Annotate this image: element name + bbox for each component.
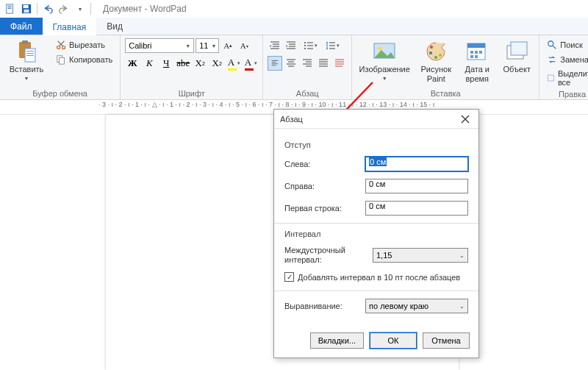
chevron-down-icon: ▾ <box>254 60 257 66</box>
replace-button[interactable]: Замена <box>544 53 588 66</box>
highlight-button[interactable]: A▾ <box>226 56 241 71</box>
insert-image-label: Изображение <box>359 65 410 74</box>
svg-rect-6 <box>24 10 29 13</box>
insert-object-button[interactable]: Объект <box>499 38 534 76</box>
palette-icon <box>424 40 448 63</box>
italic-button[interactable]: К <box>142 56 157 71</box>
linespacing-select[interactable]: 1,15⌄ <box>373 248 468 263</box>
tab-home[interactable]: Главная <box>43 18 97 35</box>
copy-label: Копировать <box>69 55 112 64</box>
tab-file[interactable]: Файл <box>0 18 43 35</box>
svg-point-17 <box>304 42 306 43</box>
undo-icon[interactable] <box>40 1 55 16</box>
group-title: Шрифт <box>125 88 258 98</box>
redo-icon[interactable] <box>57 1 71 16</box>
linespacing-label: Междустрочный интервал: <box>284 246 373 265</box>
alignment-label: Выравнивание: <box>284 302 365 310</box>
search-icon <box>547 40 557 50</box>
strike-button[interactable]: abe <box>176 56 190 71</box>
line-spacing-button[interactable]: ▾ <box>322 38 343 53</box>
font-color-button[interactable]: A▾ <box>243 56 258 71</box>
svg-point-13 <box>57 46 60 49</box>
svg-rect-8 <box>22 40 28 44</box>
svg-point-18 <box>304 45 306 46</box>
bold-button[interactable]: Ж <box>125 56 140 71</box>
image-icon <box>373 40 396 63</box>
grow-font-button[interactable]: A▴ <box>220 38 235 53</box>
wordpad-icon[interactable] <box>3 1 18 16</box>
add-space-label: Добавлять интервал в 10 пт после абзацев <box>298 273 460 282</box>
calendar-icon <box>465 40 489 63</box>
tabs-button[interactable]: Вкладки... <box>310 332 364 349</box>
insert-image-button[interactable]: Изображение ▼ <box>356 38 412 82</box>
find-button[interactable]: Поиск <box>544 38 588 51</box>
add-space-checkbox[interactable]: ✓ <box>284 272 294 282</box>
align-right-button[interactable] <box>300 56 315 71</box>
alignment-value: по левому краю <box>369 302 429 310</box>
underline-button[interactable]: Ч <box>159 56 173 71</box>
object-icon <box>505 40 528 63</box>
indent-left-label: Слева: <box>284 160 365 168</box>
cancel-button[interactable]: Отмена <box>423 332 470 349</box>
align-justify-button[interactable] <box>316 56 331 71</box>
font-family-value: Calibri <box>129 41 151 50</box>
paste-button[interactable]: Вставить ▼ <box>4 38 49 82</box>
chevron-down-icon: ▼ <box>211 43 216 49</box>
dialog-titlebar[interactable]: Абзац <box>274 110 478 129</box>
superscript-button[interactable]: X2 <box>209 56 224 71</box>
qat-separator <box>37 3 37 15</box>
chevron-down-icon: ⌄ <box>459 252 465 259</box>
insert-datetime-button[interactable]: Дата и время <box>459 38 495 85</box>
indent-right-input[interactable]: 0 см <box>365 179 468 193</box>
insert-paint-button[interactable]: Рисунок Paint <box>417 38 455 85</box>
align-center-button[interactable] <box>284 56 298 71</box>
close-icon <box>461 115 470 124</box>
group-title: Абзац <box>268 88 347 98</box>
paragraph-dialog-button[interactable] <box>332 56 347 71</box>
qat-customize-icon[interactable]: ▾ <box>73 1 87 16</box>
increase-indent-button[interactable] <box>284 38 298 53</box>
svg-rect-12 <box>26 55 34 56</box>
alignment-select[interactable]: по левому краю⌄ <box>365 299 468 313</box>
window-title: Документ - WordPad <box>103 4 187 14</box>
chevron-down-icon: ▾ <box>237 60 240 66</box>
svg-rect-1 <box>8 6 12 7</box>
indent-firstline-input[interactable]: 0 см <box>365 201 468 216</box>
decrease-indent-button[interactable] <box>268 38 282 53</box>
ribbon-tabs: Файл Главная Вид <box>0 18 588 35</box>
svg-rect-16 <box>59 57 64 64</box>
indent-firstline-label: Первая строка: <box>284 204 365 213</box>
indent-section-label: Отступ <box>284 140 468 149</box>
ok-button[interactable]: ОК <box>370 332 417 349</box>
linespacing-value: 1,15 <box>376 251 392 260</box>
group-title: Правка <box>544 88 588 99</box>
copy-button[interactable]: Копировать <box>53 53 115 66</box>
svg-point-14 <box>62 46 65 49</box>
group-title: Буфер обмена <box>4 88 115 98</box>
svg-rect-27 <box>467 43 485 48</box>
group-paragraph: ▾ ▾ Абзац <box>263 35 352 99</box>
shrink-font-button[interactable]: A▾ <box>237 38 251 53</box>
close-button[interactable] <box>458 112 473 127</box>
paste-label: Вставить <box>10 65 44 74</box>
bullet-list-button[interactable]: ▾ <box>300 38 320 53</box>
subscript-button[interactable]: X2 <box>193 56 207 71</box>
font-size-combo[interactable]: 11▼ <box>196 38 219 53</box>
dialog-title: Абзац <box>280 115 303 124</box>
chevron-down-icon: ▼ <box>185 43 190 49</box>
paragraph-dialog: Абзац Отступ Слева: 0 см Справа: 0 см Пе… <box>273 109 479 358</box>
group-insert: Изображение ▼ Рисунок Paint Дата и время… <box>352 35 539 99</box>
separator <box>274 223 478 224</box>
group-editing: Поиск Замена Выделить все Правка <box>539 35 588 99</box>
svg-rect-3 <box>8 8 12 9</box>
select-all-button[interactable]: Выделить все <box>544 68 588 88</box>
tab-view[interactable]: Вид <box>96 18 133 35</box>
cut-button[interactable]: Вырезать <box>53 38 115 51</box>
indent-left-input[interactable]: 0 см <box>365 157 468 171</box>
svg-rect-29 <box>511 42 527 55</box>
svg-rect-10 <box>26 51 34 51</box>
font-family-combo[interactable]: Calibri▼ <box>125 38 194 53</box>
align-left-button[interactable] <box>268 56 282 71</box>
svg-rect-31 <box>548 75 554 81</box>
save-icon[interactable] <box>19 1 34 16</box>
